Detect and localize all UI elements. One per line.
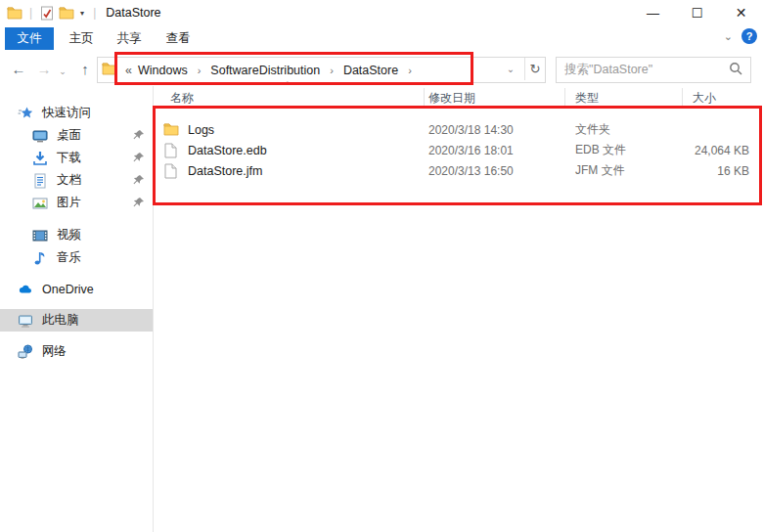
file-row-datastore-jfm[interactable]: DataStore.jfm 2020/3/13 16:50 JFM 文件 16 … <box>154 160 763 181</box>
sidebar-item-documents[interactable]: 文档 <box>0 169 153 192</box>
navigation-pane: 快速访问 桌面 下载 文档 <box>0 86 153 532</box>
titlebar-separator: | <box>29 6 32 20</box>
navigation-bar: ← → ⌄ ↑ « Windows › SoftwareDistribution… <box>0 51 763 87</box>
column-header-size[interactable]: 大小 <box>683 88 761 108</box>
up-button[interactable]: ↑ <box>76 60 94 77</box>
breadcrumb-separator-icon[interactable]: › <box>322 65 341 76</box>
sidebar-item-downloads[interactable]: 下载 <box>0 147 153 169</box>
sidebar-item-onedrive[interactable]: OneDrive <box>0 278 153 300</box>
window-title: DataStore <box>106 6 160 20</box>
window-controls: — ☐ ✕ <box>631 0 763 25</box>
column-header-date-modified[interactable]: 修改日期 <box>425 88 565 108</box>
sidebar-spacer <box>0 300 153 309</box>
downloads-icon <box>32 151 48 166</box>
address-bar[interactable]: « Windows › SoftwareDistribution › DataS… <box>97 57 546 83</box>
file-date: 2020/3/13 16:50 <box>425 164 565 178</box>
sidebar-item-label: 下载 <box>57 150 81 166</box>
file-size: 24,064 KB <box>683 144 749 157</box>
pin-icon <box>132 174 145 187</box>
breadcrumb-item-datastore[interactable]: DataStore <box>341 64 400 77</box>
onedrive-icon <box>18 282 33 297</box>
sidebar-spacer <box>0 269 153 278</box>
pictures-icon <box>32 196 48 211</box>
refresh-icon[interactable]: ↻ <box>524 58 545 80</box>
sidebar-item-this-pc[interactable]: 此电脑 <box>0 309 153 332</box>
column-header-row: ˆ 名称 修改日期 类型 大小 <box>154 88 763 108</box>
properties-icon[interactable] <box>37 3 57 22</box>
file-row-datastore-edb[interactable]: DataStore.edb 2020/3/16 18:01 EDB 文件 24,… <box>154 140 763 160</box>
file-type: JFM 文件 <box>565 162 683 179</box>
file-name: DataStore.jfm <box>188 164 262 178</box>
sidebar-spacer <box>0 332 153 340</box>
breadcrumb-separator-icon[interactable]: › <box>400 65 420 76</box>
sidebar-item-quick-access[interactable]: 快速访问 <box>0 102 153 124</box>
breadcrumb-item-windows[interactable]: Windows <box>136 64 190 77</box>
sidebar-item-network[interactable]: 网络 <box>0 340 153 363</box>
videos-icon <box>32 228 48 244</box>
sidebar-item-desktop[interactable]: 桌面 <box>0 124 153 147</box>
file-date: 2020/3/16 18:01 <box>425 144 565 157</box>
file-name: Logs <box>188 123 214 137</box>
this-pc-icon <box>18 313 33 329</box>
music-icon <box>32 250 48 266</box>
column-header-type[interactable]: 类型 <box>565 88 683 108</box>
folder-icon <box>163 122 179 138</box>
history-dropdown-icon[interactable]: ⌄ <box>57 63 68 80</box>
qat-dropdown-icon[interactable]: ▾ <box>76 3 88 22</box>
breadcrumb-overflow-icon[interactable]: « <box>123 64 136 77</box>
new-folder-icon[interactable] <box>57 3 76 22</box>
search-box <box>556 57 751 83</box>
network-icon <box>18 344 33 360</box>
sidebar-item-label: 此电脑 <box>42 312 79 329</box>
desktop-icon <box>32 128 48 144</box>
sort-ascending-icon: ˆ <box>286 80 290 92</box>
file-icon <box>163 163 179 179</box>
sidebar-item-pictures[interactable]: 图片 <box>0 192 153 214</box>
breadcrumb-separator-icon[interactable]: › <box>190 65 209 76</box>
titlebar-separator-2: | <box>93 6 96 20</box>
maximize-button[interactable]: ☐ <box>675 0 719 25</box>
ribbon-tab-row: 文件 主页 共享 查看 ⌄ ? <box>0 25 763 52</box>
help-icon[interactable]: ? <box>741 28 757 44</box>
quick-access-icon <box>18 106 33 121</box>
tab-view[interactable]: 查看 <box>158 27 198 50</box>
tab-file[interactable]: 文件 <box>5 27 54 50</box>
close-button[interactable]: ✕ <box>719 0 763 25</box>
address-folder-icon <box>102 62 117 78</box>
sidebar-item-label: 快速访问 <box>42 105 91 121</box>
file-row-logs[interactable]: Logs 2020/3/18 14:30 文件夹 <box>154 119 763 140</box>
tab-share[interactable]: 共享 <box>110 27 149 50</box>
file-icon <box>163 143 179 158</box>
breadcrumb-item-softwaredistribution[interactable]: SoftwareDistribution <box>208 64 322 77</box>
sidebar-item-label: 音乐 <box>57 249 81 266</box>
forward-button[interactable]: → <box>35 60 53 77</box>
sidebar-item-label: 文档 <box>57 172 81 189</box>
documents-icon <box>32 173 48 189</box>
file-date: 2020/3/18 14:30 <box>425 123 565 137</box>
ribbon-expand-icon[interactable]: ⌄ <box>724 30 733 43</box>
pin-icon <box>132 152 145 164</box>
app-folder-icon <box>5 3 24 22</box>
breadcrumb: « Windows › SoftwareDistribution › DataS… <box>123 64 420 77</box>
search-input[interactable] <box>557 58 731 80</box>
pin-icon <box>132 129 145 142</box>
sidebar-item-label: OneDrive <box>42 283 94 296</box>
main-area: 快速访问 桌面 下载 文档 <box>0 86 763 532</box>
address-dropdown-icon[interactable]: ⌄ <box>502 58 519 80</box>
pin-icon <box>132 197 145 209</box>
file-name: DataStore.edb <box>188 144 267 157</box>
titlebar: | ▾ | DataStore — ☐ ✕ <box>0 0 763 25</box>
sidebar-item-label: 桌面 <box>57 127 81 144</box>
tab-home[interactable]: 主页 <box>62 27 101 50</box>
file-type: EDB 文件 <box>565 142 683 158</box>
file-size: 16 KB <box>683 164 749 178</box>
minimize-button[interactable]: — <box>631 0 675 25</box>
sidebar-item-music[interactable]: 音乐 <box>0 246 153 269</box>
search-icon[interactable] <box>729 62 743 79</box>
file-type: 文件夹 <box>565 121 683 138</box>
back-button[interactable]: ← <box>10 60 27 77</box>
sidebar-spacer <box>0 214 153 224</box>
sidebar-item-videos[interactable]: 视频 <box>0 224 153 246</box>
sidebar-item-label: 图片 <box>57 195 81 211</box>
file-list: Logs 2020/3/18 14:30 文件夹 DataStore.edb 2… <box>154 119 763 181</box>
